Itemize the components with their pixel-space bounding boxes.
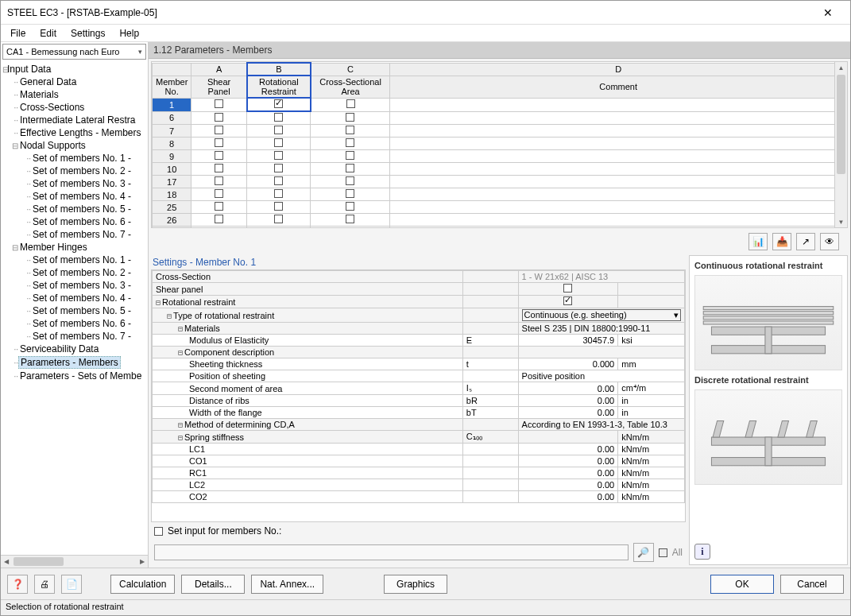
menu-help[interactable]: Help	[113, 26, 145, 41]
checkbox[interactable]	[274, 215, 283, 223]
tree-item[interactable]: ⊟ Nodal Supports	[2, 139, 145, 152]
tree-item[interactable]: ·· Set of members No. 1 -	[2, 254, 145, 266]
tree-item[interactable]: ·· Set of members No. 7 -	[2, 228, 145, 241]
set-input-field[interactable]	[154, 544, 629, 560]
tree-item[interactable]: ·· Set of members No. 3 -	[2, 177, 145, 190]
checkbox[interactable]	[274, 202, 283, 211]
scroll-left-icon[interactable]: ◀	[1, 558, 12, 565]
pick-members-icon[interactable]: 🔎	[633, 543, 654, 562]
row-header[interactable]: 1	[153, 98, 191, 111]
checkbox[interactable]	[215, 189, 223, 198]
property-row[interactable]: LC20.00kNm/m	[153, 479, 685, 491]
property-row[interactable]: ⊟Component description	[153, 347, 685, 358]
row-header[interactable]: 17	[153, 176, 191, 188]
row-header[interactable]: 8	[153, 138, 191, 150]
checkbox[interactable]	[215, 176, 223, 185]
property-row[interactable]: Width of the flangebT0.00in	[153, 407, 685, 419]
checkbox[interactable]	[346, 202, 354, 211]
tree-item[interactable]: ·· Set of members No. 3 -	[2, 279, 145, 292]
row-header[interactable]: 26	[153, 214, 191, 227]
checkbox[interactable]	[215, 151, 223, 160]
details-button[interactable]: Details...	[181, 575, 245, 594]
navigation-tree[interactable]: ⊟ Input Data·· General Data·· Materials·…	[1, 61, 148, 555]
property-row[interactable]: Position of sheetingPositive position	[153, 370, 685, 382]
tree-item[interactable]: ·· Materials	[2, 88, 145, 101]
property-row[interactable]: ⊟Rotational restraint	[153, 296, 685, 308]
checkbox[interactable]	[346, 126, 354, 134]
graphics-button[interactable]: Graphics	[384, 575, 447, 594]
tree-item[interactable]: ·· Set of members No. 4 -	[2, 190, 145, 203]
property-grid[interactable]: Cross-Section1 - W 21x62 | AISC 13Shear …	[151, 269, 686, 522]
tree-item[interactable]: ⊟ Member Hinges	[2, 241, 145, 254]
menu-settings[interactable]: Settings	[64, 26, 111, 41]
checkbox[interactable]	[215, 113, 223, 122]
checkbox[interactable]	[346, 215, 354, 223]
checkbox[interactable]	[274, 189, 283, 198]
checkbox[interactable]	[215, 215, 223, 223]
print-icon[interactable]: 🖨	[34, 575, 55, 594]
close-icon[interactable]: ✕	[812, 1, 844, 24]
property-row[interactable]: Shear panel	[153, 283, 685, 296]
checkbox[interactable]	[274, 164, 283, 172]
checkbox[interactable]	[563, 284, 572, 293]
tree-item[interactable]: ·· Serviceability Data	[2, 343, 145, 355]
view-icon[interactable]: 👁	[820, 233, 839, 250]
calculation-button[interactable]: Calculation	[110, 575, 175, 594]
property-row[interactable]: LC10.00kNm/m	[153, 444, 685, 455]
tree-item[interactable]: ·· Set of members No. 4 -	[2, 292, 145, 304]
case-combo[interactable]: CA1 - Bemessung nach Euro ▾	[2, 44, 146, 60]
property-row[interactable]: ⊟MaterialsSteel S 235 | DIN 18800:1990-1…	[153, 323, 685, 335]
ok-button[interactable]: OK	[710, 575, 774, 594]
excel-import-icon[interactable]: 📥	[772, 233, 791, 250]
checkbox[interactable]	[274, 176, 283, 185]
grid-vscroll[interactable]: ▲ ▼	[834, 62, 847, 227]
tree-item[interactable]: ⊟ Input Data	[2, 63, 145, 76]
tree-item[interactable]: ·· Set of members No. 1 -	[2, 152, 145, 165]
row-header[interactable]: 10	[153, 163, 191, 176]
tree-item[interactable]: ·· Parameters - Members	[2, 355, 145, 370]
excel-export-icon[interactable]: 📊	[748, 233, 768, 250]
property-row[interactable]: Second moment of areaIₛ0.00cm⁴/m	[153, 382, 685, 395]
tree-item[interactable]: ·· Set of members No. 5 -	[2, 203, 145, 215]
tree-item[interactable]: ·· Set of members No. 6 -	[2, 317, 145, 330]
checkbox[interactable]	[346, 189, 354, 198]
checkbox[interactable]	[215, 138, 223, 147]
tree-item[interactable]: ·· Set of members No. 7 -	[2, 330, 145, 343]
tree-item[interactable]: ·· Set of members No. 2 -	[2, 165, 145, 177]
row-header[interactable]: 7	[153, 125, 191, 138]
checkbox[interactable]	[346, 176, 354, 185]
property-row[interactable]: Sheeting thicknesst0.000mm	[153, 358, 685, 370]
tree-item[interactable]: ·· Set of members No. 5 -	[2, 304, 145, 317]
checkbox[interactable]	[274, 99, 283, 108]
pick-icon[interactable]: ↗	[796, 233, 815, 250]
property-row[interactable]: ⊟Method of determining CD,AAccording to …	[153, 419, 685, 431]
set-input-checkbox[interactable]	[154, 527, 163, 536]
checkbox[interactable]	[274, 151, 283, 160]
tree-item[interactable]: ·· General Data	[2, 76, 145, 88]
scroll-right-icon[interactable]: ▶	[137, 558, 148, 565]
chevron-down-icon[interactable]: ▾	[674, 310, 679, 320]
members-grid[interactable]: ABCDMemberNo.ShearPanelRotationalRestrai…	[151, 61, 848, 228]
checkbox[interactable]	[346, 113, 354, 122]
row-header[interactable]: 18	[153, 188, 191, 201]
property-row[interactable]: ⊟Type of rotational restraintContinuous …	[153, 308, 685, 323]
tree-item[interactable]: ·· Set of members No. 6 -	[2, 215, 145, 228]
cancel-button[interactable]: Cancel	[780, 575, 844, 594]
tree-item[interactable]: ·· Intermediate Lateral Restra	[2, 114, 145, 126]
tree-item[interactable]: ·· Parameters - Sets of Membe	[2, 370, 145, 382]
checkbox[interactable]	[215, 99, 223, 108]
checkbox[interactable]	[346, 99, 355, 108]
property-row[interactable]: ⊟Spring stiffnessC₁₀₀kNm/m	[153, 431, 685, 444]
row-header[interactable]: 6	[153, 111, 191, 125]
tree-item[interactable]: ·· Cross-Sections	[2, 101, 145, 114]
checkbox[interactable]	[346, 164, 354, 172]
property-row[interactable]: CO20.00kNm/m	[153, 491, 685, 503]
help-icon[interactable]: ❓	[7, 575, 28, 594]
property-row[interactable]: CO10.00kNm/m	[153, 455, 685, 467]
checkbox[interactable]	[346, 138, 354, 147]
checkbox[interactable]	[274, 113, 283, 122]
tree-hscroll[interactable]: ◀ ▶	[1, 555, 148, 568]
checkbox[interactable]	[346, 151, 354, 160]
menu-edit[interactable]: Edit	[33, 26, 63, 41]
scroll-up-icon[interactable]: ▲	[835, 62, 847, 73]
